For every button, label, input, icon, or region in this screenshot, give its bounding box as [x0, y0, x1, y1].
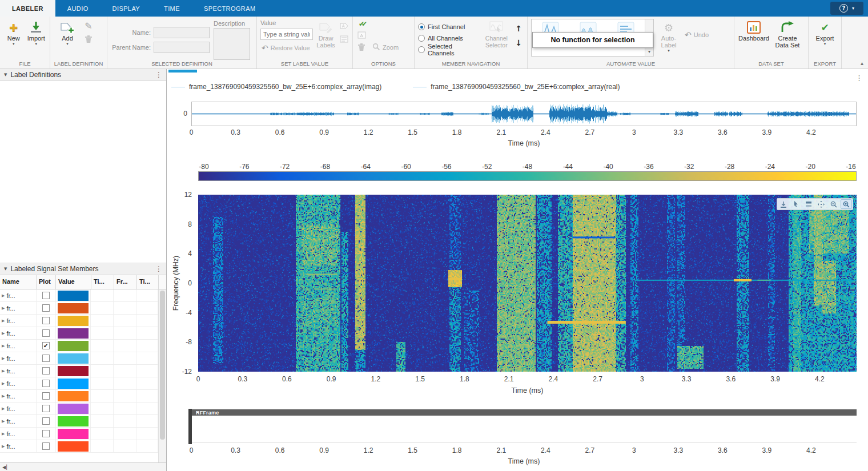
plot-checkbox[interactable]: [42, 417, 50, 425]
member-row[interactable]: ▶fr...: [0, 428, 158, 440]
accept-all-icon[interactable]: ✔✔: [356, 19, 367, 29]
plot-checkbox[interactable]: [42, 367, 50, 375]
expand-triangle-icon[interactable]: ▶: [2, 432, 5, 436]
delete-labels-icon[interactable]: [356, 42, 367, 52]
panel-menu-icon[interactable]: ⋮: [155, 71, 162, 79]
column-header[interactable]: Value: [56, 275, 91, 289]
edit-definition-icon[interactable]: ✎: [83, 21, 94, 31]
auto-label-button[interactable]: ⚙ Auto-Label ▾: [656, 19, 681, 54]
label-text-icon[interactable]: A: [339, 21, 349, 31]
waveform-plot[interactable]: [191, 102, 857, 126]
members-scrollbar[interactable]: [158, 289, 166, 462]
create-data-set-button[interactable]: Create Data Set: [772, 19, 803, 49]
pointer-icon[interactable]: [790, 199, 802, 209]
panner-handle[interactable]: [188, 409, 192, 444]
member-row[interactable]: ▶fr...: [0, 377, 158, 390]
spectrogram-canvas[interactable]: [198, 195, 857, 372]
tab-labeler[interactable]: LABELER: [0, 0, 55, 17]
draw-labels-button[interactable]: Draw Labels: [315, 19, 336, 49]
collapse-left-icon[interactable]: ◀: [2, 465, 6, 470]
plot-checkbox[interactable]: [42, 317, 50, 324]
expand-triangle-icon[interactable]: ▶: [2, 319, 5, 323]
member-row[interactable]: ▶fr...: [0, 352, 158, 365]
zoom-out-icon[interactable]: [828, 199, 839, 209]
tab-spectrogram[interactable]: SPECTROGRAM: [192, 0, 268, 17]
member-row[interactable]: ▶fr...: [0, 440, 158, 453]
member-row[interactable]: ▶fr...: [0, 390, 158, 402]
tab-audio[interactable]: AUDIO: [55, 0, 101, 17]
member-row[interactable]: ▶fr...: [0, 315, 158, 327]
member-row[interactable]: ▶fr...✔: [0, 340, 158, 352]
channel-selector-button[interactable]: Channel Selector: [482, 19, 511, 49]
label-list-icon[interactable]: [339, 34, 349, 44]
import-button[interactable]: Import ▾: [26, 19, 47, 47]
expand-triangle-icon[interactable]: ▶: [2, 331, 5, 336]
expand-triangle-icon[interactable]: ▶: [2, 444, 5, 449]
label-definitions-header[interactable]: ▼ Label Definitions ⋮: [0, 69, 166, 81]
plot-checkbox[interactable]: [42, 430, 50, 437]
pan-icon[interactable]: [815, 199, 827, 209]
member-row[interactable]: ▶fr...: [0, 302, 158, 315]
next-member-button[interactable]: ↓: [513, 38, 524, 47]
export-plot-icon[interactable]: [778, 199, 789, 209]
member-row[interactable]: ▶fr...: [0, 365, 158, 377]
member-row[interactable]: ▶fr...: [0, 289, 158, 302]
restore-value-button[interactable]: ↶ Restore Value: [260, 42, 313, 53]
spectrogram-plot[interactable]: [198, 195, 857, 372]
dashboard-button[interactable]: Dashboard: [738, 19, 770, 42]
panner-body[interactable]: [191, 416, 857, 443]
expand-triangle-icon[interactable]: ▶: [2, 406, 5, 411]
plot-checkbox[interactable]: [42, 292, 50, 299]
radio-selected-channels[interactable]: Selected Channels: [418, 45, 480, 54]
plot-menu-icon[interactable]: ⋮: [855, 74, 863, 82]
tab-time[interactable]: TIME: [152, 0, 192, 17]
plot-checkbox[interactable]: [42, 405, 50, 412]
radio-first-channel[interactable]: First Channel: [418, 22, 480, 31]
parent-name-field[interactable]: [154, 42, 210, 53]
figure-tab-indicator[interactable]: [168, 70, 197, 73]
display-options-icon[interactable]: A: [356, 30, 367, 40]
plot-checkbox[interactable]: [42, 392, 50, 400]
column-header[interactable]: Plot: [37, 275, 56, 289]
column-header[interactable]: Fr...: [114, 275, 137, 289]
scrollbar-thumb[interactable]: [160, 291, 165, 440]
waveform-canvas[interactable]: [192, 102, 856, 126]
panner[interactable]: RFFrame: [191, 409, 857, 444]
panner-header[interactable]: RFFrame: [191, 409, 857, 416]
expand-triangle-icon[interactable]: ▶: [2, 293, 5, 298]
expand-triangle-icon[interactable]: ▶: [2, 369, 5, 373]
export-button[interactable]: ✔ Export ▾: [812, 19, 838, 47]
add-label-definition-button[interactable]: Add ▾: [54, 19, 81, 47]
name-field[interactable]: [154, 27, 210, 38]
expand-triangle-icon[interactable]: ▶: [2, 356, 5, 361]
expand-triangle-icon[interactable]: ▶: [2, 306, 5, 311]
brush-icon[interactable]: [803, 199, 814, 209]
expand-triangle-icon[interactable]: ▶: [2, 381, 5, 386]
column-header[interactable]: Name: [0, 275, 37, 289]
toolstrip-collapse-button[interactable]: ▴: [861, 61, 863, 66]
value-input[interactable]: [260, 29, 313, 40]
plot-checkbox[interactable]: [42, 329, 50, 337]
plot-checkbox[interactable]: [42, 442, 50, 450]
expand-triangle-icon[interactable]: ▶: [2, 344, 5, 348]
previous-member-button[interactable]: ↑: [513, 23, 524, 33]
member-row[interactable]: ▶fr...: [0, 327, 158, 340]
zoom-button[interactable]: Zoom: [371, 42, 400, 53]
zoom-in-icon[interactable]: [841, 199, 852, 209]
panel-menu-icon[interactable]: ⋮: [155, 265, 162, 273]
member-row[interactable]: ▶fr...: [0, 402, 158, 415]
help-button[interactable]: ? ▾: [830, 2, 863, 15]
plot-checkbox[interactable]: [42, 355, 50, 362]
description-field[interactable]: [214, 28, 250, 60]
undo-button[interactable]: ↶ Undo: [684, 29, 710, 40]
expand-triangle-icon[interactable]: ▶: [2, 394, 5, 398]
column-header[interactable]: Ti...: [137, 275, 159, 289]
plot-checkbox[interactable]: ✔: [42, 342, 50, 349]
expand-triangle-icon[interactable]: ▶: [2, 419, 5, 424]
plot-checkbox[interactable]: [42, 304, 50, 312]
member-row[interactable]: ▶fr...: [0, 415, 158, 428]
tab-display[interactable]: DISPLAY: [101, 0, 152, 17]
members-header[interactable]: ▼ Labeled Signal Set Members ⋮: [0, 263, 166, 275]
radio-all-channels[interactable]: All Channels: [418, 34, 480, 43]
delete-definition-icon[interactable]: [83, 34, 94, 44]
